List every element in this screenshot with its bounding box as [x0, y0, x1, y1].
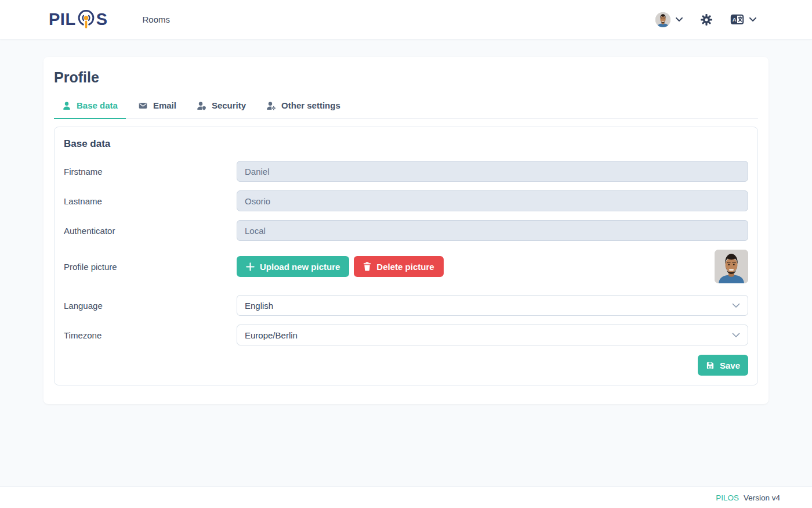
header-right: A [654, 11, 757, 28]
tab-email[interactable]: Email [130, 95, 184, 119]
save-label: Save [720, 361, 740, 370]
upload-picture-label: Upload new picture [260, 262, 340, 272]
save-button[interactable]: Save [698, 355, 748, 376]
footer-version: Version v4 [744, 493, 780, 502]
nav-link-rooms[interactable]: Rooms [142, 15, 170, 24]
authenticator-row: Authenticator [64, 220, 748, 241]
locale-button[interactable]: A [729, 13, 757, 26]
language-value: English [245, 301, 273, 311]
user-avatar [655, 12, 670, 27]
pilos-logo[interactable]: PIL S [49, 9, 107, 30]
firstname-field [237, 161, 748, 182]
language-select[interactable]: English [237, 295, 748, 316]
envelope-icon [138, 101, 148, 110]
chevron-down-icon [749, 17, 756, 22]
settings-button[interactable] [699, 13, 713, 27]
footer-brand-link[interactable]: PILOS [716, 493, 739, 502]
chevron-down-icon [732, 303, 740, 308]
app-footer: PILOS Version v4 [0, 487, 812, 508]
language-label: Language [64, 301, 237, 311]
svg-text:A: A [733, 16, 737, 23]
profile-picture-controls: Upload new picture Delete picture [237, 250, 748, 283]
trash-icon [363, 262, 371, 271]
gear-icon [701, 14, 712, 26]
lastname-row: Lastname [64, 190, 748, 211]
profile-picture-thumbnail [715, 250, 748, 283]
panel-title: Base data [64, 138, 748, 150]
tab-label: Base data [77, 100, 118, 110]
language-row: Language English [64, 295, 748, 316]
tab-label: Other settings [281, 100, 340, 110]
authenticator-field [237, 220, 748, 241]
translate-icon: A [730, 14, 744, 25]
tab-base-data[interactable]: Base data [54, 95, 126, 119]
timezone-value: Europe/Berlin [245, 330, 298, 340]
delete-picture-button[interactable]: Delete picture [354, 256, 443, 277]
page-title: Profile [54, 69, 758, 86]
tab-label: Email [153, 100, 176, 110]
profile-picture-row: Profile picture Upload new picture [64, 250, 748, 283]
tab-label: Security [212, 100, 246, 110]
lastname-label: Lastname [64, 196, 237, 206]
app-header: PIL S Rooms [0, 0, 812, 39]
base-data-panel: Base data Firstname Lastname Authenticat… [54, 127, 758, 385]
user-icon [62, 101, 71, 110]
save-row: Save [64, 355, 748, 376]
upload-picture-button[interactable]: Upload new picture [237, 256, 349, 277]
tab-security[interactable]: Security [188, 95, 254, 119]
save-floppy-icon [706, 361, 715, 370]
lastname-field [237, 190, 748, 211]
firstname-label: Firstname [64, 167, 237, 176]
timezone-label: Timezone [64, 330, 237, 340]
profile-picture-label: Profile picture [64, 262, 237, 272]
timezone-select[interactable]: Europe/Berlin [237, 325, 748, 345]
user-menu-button[interactable] [654, 11, 684, 28]
firstname-row: Firstname [64, 161, 748, 182]
timezone-row: Timezone Europe/Berlin [64, 325, 748, 345]
user-gear-icon [266, 101, 276, 110]
profile-tabbar: Base data Email Security [54, 95, 758, 119]
tab-other-settings[interactable]: Other settings [258, 95, 349, 119]
profile-card: Profile Base data Email [44, 57, 768, 404]
delete-picture-label: Delete picture [376, 262, 434, 272]
podcast-mic-o-icon [77, 9, 96, 30]
page-main: Profile Base data Email [0, 39, 812, 487]
chevron-down-icon [676, 17, 683, 22]
chevron-down-icon [732, 333, 740, 338]
authenticator-label: Authenticator [64, 226, 237, 236]
main-nav: Rooms [142, 15, 170, 24]
logo-text-pre: PIL [49, 10, 76, 29]
user-shield-icon [197, 101, 206, 110]
plus-icon [246, 262, 255, 271]
logo-text-post: S [96, 10, 108, 29]
